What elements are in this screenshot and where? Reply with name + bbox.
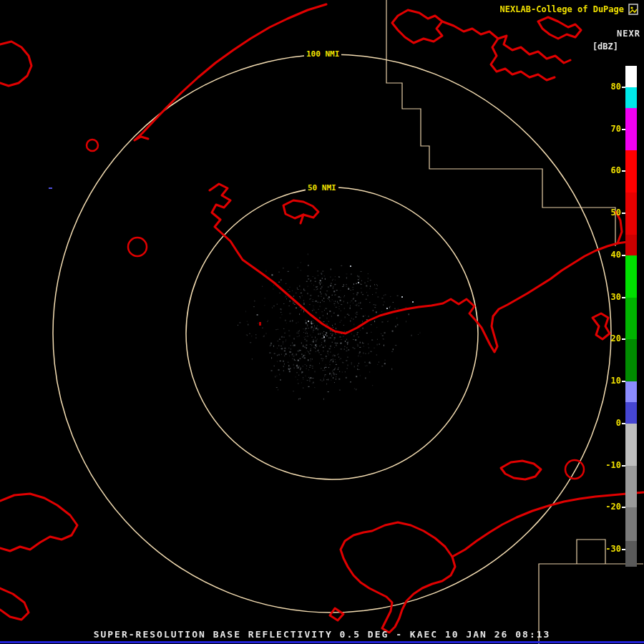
range-ring-label-50: 50 NMI [306,182,338,193]
colorbar-tick--20: -20 [594,502,621,512]
colorbar-gradient [625,66,637,567]
colorbar-tickmark [622,129,625,130]
colorbar-tickmark [622,381,625,382]
broken-image-icon [628,4,638,15]
colorbar-tickmark [622,423,625,424]
colorbar-tickmark [622,465,625,467]
coastline-segment [392,10,442,43]
colorbar-tickmark [622,255,625,256]
colorbar-tickmark [622,549,625,550]
colorbar-tick--30: -30 [594,544,621,554]
map-layer [0,0,644,644]
colorbar-tickmark [622,338,625,340]
coastline-segment [0,588,29,620]
colorbar-tick-40: 40 [594,250,621,260]
colorbar-tickmark [622,507,625,508]
colorbar-tick-10: 10 [594,376,621,386]
coastline-segment [491,39,555,80]
range-ring-50nmi [186,187,478,479]
colorbar-tick-20: 20 [594,333,621,343]
colorbar-tick-0: 0 [594,418,621,428]
coastline-segment [501,461,541,479]
island-ring [128,238,147,256]
footer-status: SUPER-RESOLUTION BASE REFLECTIVITY 0.5 D… [0,629,644,640]
coastline-segment [135,4,326,140]
coastline-segment [283,200,318,218]
colorbar-tickmark [622,87,625,88]
colorbar-tick-50: 50 [594,208,621,218]
brand-title: NEXLAB-College of DuPage [500,4,624,14]
island-ring [87,140,98,151]
colorbar-tickmark [622,170,625,172]
colorbar-tick--10: -10 [594,460,621,470]
product-label: NEXR [617,29,640,39]
coastline-segment [442,21,570,63]
colorbar-tick-30: 30 [594,292,621,302]
coastline-segment [210,184,628,352]
radar-display: 100 NMI 50 NMI NEXLAB-College of DuPage … [0,0,644,644]
colorbar-tickmark [622,297,625,298]
coastline-segment [341,522,455,633]
coastline-segment [538,17,581,39]
coastline-segment [330,608,343,620]
units-label: [dBZ] [592,42,618,52]
range-ring-label-100: 100 NMI [304,49,341,59]
colorbar-tick-70: 70 [594,124,621,134]
bottom-divider [0,641,644,643]
coastline-segment [0,42,31,86]
colorbar-tickmark [622,213,625,214]
colorbar-tick-60: 60 [594,165,621,175]
coastlines [0,4,643,633]
island-ring [565,460,584,479]
coastline-segment [0,494,77,551]
colorbar-tick-80: 80 [594,82,621,92]
